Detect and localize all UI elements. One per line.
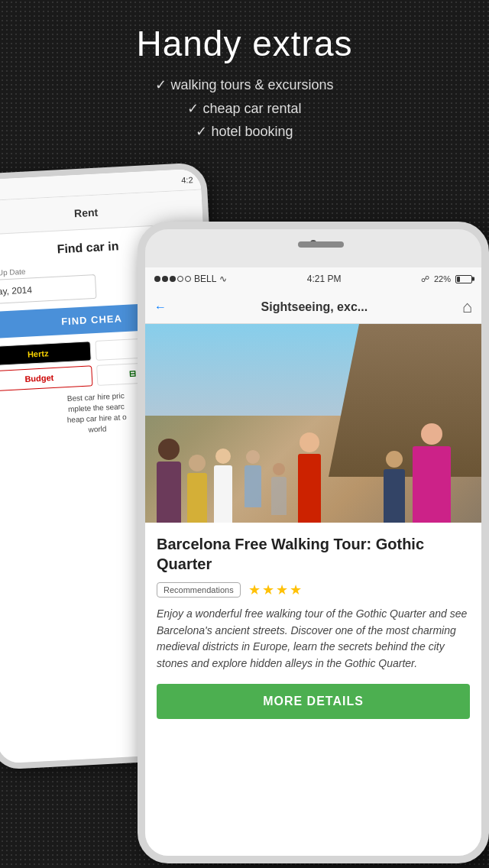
phone-front: BELL ∿ 4:21 PM ☍ 22% ← Sightseeing, exc.… xyxy=(138,222,489,863)
signal-dot-4 xyxy=(177,276,183,282)
signal-dots xyxy=(154,276,191,282)
header-area: Handy extras ✓ walking tours & excursion… xyxy=(0,0,489,159)
tour-description: Enjoy a wonderful free walking tour of t… xyxy=(157,606,470,672)
star-3: ★ xyxy=(276,581,288,598)
recommendations-tag: Recommendations xyxy=(157,582,241,598)
person-8 xyxy=(271,463,287,515)
star-4: ★ xyxy=(290,581,302,598)
page-title: Handy extras xyxy=(15,23,474,64)
hertz-logo: Hertz xyxy=(0,341,92,366)
person-6 xyxy=(384,451,405,523)
status-left: BELL ∿ xyxy=(154,274,227,284)
signal-dot-1 xyxy=(154,276,160,282)
tour-content: Barcelona Free Walking Tour: Gothic Quar… xyxy=(145,523,481,730)
carrier-label: BELL xyxy=(194,274,216,284)
star-2: ★ xyxy=(262,581,274,598)
star-rating: ★ ★ ★ ★ xyxy=(248,581,302,598)
person-2 xyxy=(187,455,207,523)
back-time: 4:2 xyxy=(181,175,193,185)
wifi-icon: ∿ xyxy=(219,274,227,284)
nav-bar: ← Sightseeing, exc... ⌂ xyxy=(145,290,481,324)
more-details-button[interactable]: MORE DETAILS xyxy=(157,684,470,719)
star-1: ★ xyxy=(248,581,261,598)
back-button[interactable]: ← xyxy=(154,300,167,314)
feature-1: ✓ walking tours & excursions xyxy=(15,73,474,97)
status-right: ☍ 22% xyxy=(421,274,472,284)
front-status-bar: BELL ∿ 4:21 PM ☍ 22% xyxy=(145,267,481,290)
guide-figure xyxy=(157,439,181,523)
signal-dot-3 xyxy=(170,276,176,282)
person-5 xyxy=(413,423,451,523)
person-7 xyxy=(244,450,261,507)
bluetooth-icon: ☍ xyxy=(421,274,429,284)
header-subtitle: ✓ walking tours & excursions ✓ cheap car… xyxy=(15,73,474,144)
back-nav-title: Rent xyxy=(74,206,99,219)
tour-image xyxy=(145,324,481,523)
crowd-scene xyxy=(145,355,481,523)
time-label: 4:21 PM xyxy=(307,274,342,284)
pickup-date-field[interactable]: May, 2014 xyxy=(0,274,97,305)
tour-title: Barcelona Free Walking Tour: Gothic Quar… xyxy=(157,534,470,574)
nav-title: Sightseeing, exc... xyxy=(261,300,368,314)
feature-2: ✓ cheap car rental xyxy=(15,97,474,121)
person-3 xyxy=(214,449,232,523)
battery-indicator xyxy=(455,275,472,283)
battery-fill xyxy=(457,277,460,282)
signal-dot-2 xyxy=(162,276,168,282)
budget-logo: Budget xyxy=(0,365,93,391)
signal-dot-5 xyxy=(185,276,191,282)
battery-box xyxy=(455,275,472,283)
tour-tag-row: Recommendations ★ ★ ★ ★ xyxy=(157,581,470,598)
person-4 xyxy=(298,432,321,523)
phone-speaker xyxy=(298,241,344,248)
home-icon[interactable]: ⌂ xyxy=(462,297,472,317)
front-screen: BELL ∿ 4:21 PM ☍ 22% ← Sightseeing, exc.… xyxy=(145,267,481,856)
feature-3: ✓ hotel booking xyxy=(15,120,474,144)
battery-label: 22% xyxy=(434,274,451,283)
